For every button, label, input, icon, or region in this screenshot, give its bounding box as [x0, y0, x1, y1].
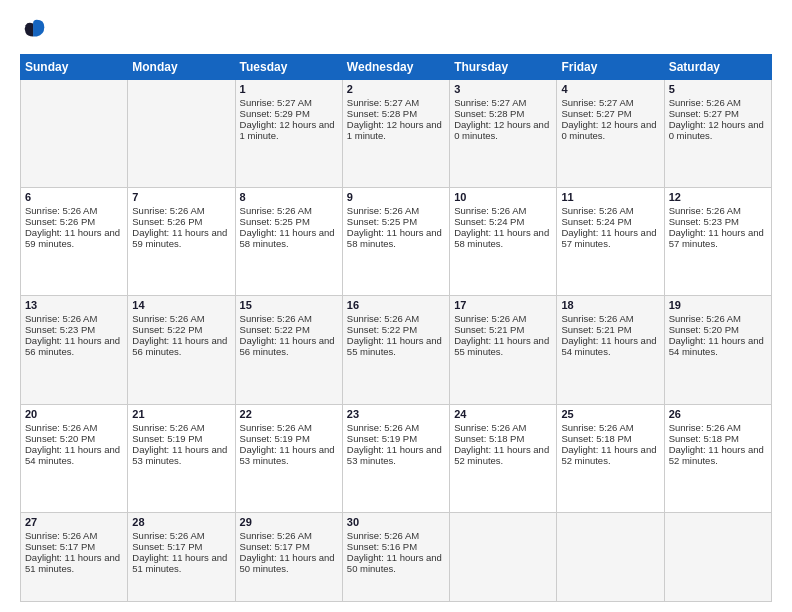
calendar-cell: 21Sunrise: 5:26 AMSunset: 5:19 PMDayligh…: [128, 404, 235, 512]
day-info: Sunrise: 5:27 AMSunset: 5:29 PMDaylight:…: [240, 97, 335, 141]
calendar-cell: 1Sunrise: 5:27 AMSunset: 5:29 PMDaylight…: [235, 80, 342, 188]
calendar-cell: 24Sunrise: 5:26 AMSunset: 5:18 PMDayligh…: [450, 404, 557, 512]
day-number: 12: [669, 191, 767, 203]
day-info: Sunrise: 5:26 AMSunset: 5:19 PMDaylight:…: [240, 422, 335, 466]
day-info: Sunrise: 5:27 AMSunset: 5:28 PMDaylight:…: [454, 97, 549, 141]
calendar-body: 1Sunrise: 5:27 AMSunset: 5:29 PMDaylight…: [21, 80, 772, 602]
day-info: Sunrise: 5:26 AMSunset: 5:26 PMDaylight:…: [25, 205, 120, 249]
day-info: Sunrise: 5:26 AMSunset: 5:24 PMDaylight:…: [561, 205, 656, 249]
day-info: Sunrise: 5:26 AMSunset: 5:22 PMDaylight:…: [132, 313, 227, 357]
calendar-cell: 5Sunrise: 5:26 AMSunset: 5:27 PMDaylight…: [664, 80, 771, 188]
day-info: Sunrise: 5:26 AMSunset: 5:20 PMDaylight:…: [669, 313, 764, 357]
day-number: 16: [347, 299, 445, 311]
day-info: Sunrise: 5:26 AMSunset: 5:18 PMDaylight:…: [669, 422, 764, 466]
day-info: Sunrise: 5:26 AMSunset: 5:22 PMDaylight:…: [347, 313, 442, 357]
day-number: 30: [347, 516, 445, 528]
calendar-cell: 16Sunrise: 5:26 AMSunset: 5:22 PMDayligh…: [342, 296, 449, 404]
day-number: 6: [25, 191, 123, 203]
day-info: Sunrise: 5:26 AMSunset: 5:23 PMDaylight:…: [25, 313, 120, 357]
day-info: Sunrise: 5:26 AMSunset: 5:16 PMDaylight:…: [347, 530, 442, 574]
calendar-cell: [664, 512, 771, 601]
day-number: 14: [132, 299, 230, 311]
weekday-header: Saturday: [664, 55, 771, 80]
calendar-cell: 18Sunrise: 5:26 AMSunset: 5:21 PMDayligh…: [557, 296, 664, 404]
day-number: 15: [240, 299, 338, 311]
day-info: Sunrise: 5:27 AMSunset: 5:27 PMDaylight:…: [561, 97, 656, 141]
day-info: Sunrise: 5:26 AMSunset: 5:25 PMDaylight:…: [347, 205, 442, 249]
day-number: 2: [347, 83, 445, 95]
day-number: 28: [132, 516, 230, 528]
day-info: Sunrise: 5:27 AMSunset: 5:28 PMDaylight:…: [347, 97, 442, 141]
logo: [20, 16, 52, 44]
day-info: Sunrise: 5:26 AMSunset: 5:20 PMDaylight:…: [25, 422, 120, 466]
calendar-cell: 12Sunrise: 5:26 AMSunset: 5:23 PMDayligh…: [664, 188, 771, 296]
day-number: 4: [561, 83, 659, 95]
calendar-cell: 30Sunrise: 5:26 AMSunset: 5:16 PMDayligh…: [342, 512, 449, 601]
weekday-header: Tuesday: [235, 55, 342, 80]
day-number: 7: [132, 191, 230, 203]
calendar-cell: 4Sunrise: 5:27 AMSunset: 5:27 PMDaylight…: [557, 80, 664, 188]
day-number: 3: [454, 83, 552, 95]
calendar-cell: 28Sunrise: 5:26 AMSunset: 5:17 PMDayligh…: [128, 512, 235, 601]
calendar-cell: 2Sunrise: 5:27 AMSunset: 5:28 PMDaylight…: [342, 80, 449, 188]
day-info: Sunrise: 5:26 AMSunset: 5:17 PMDaylight:…: [132, 530, 227, 574]
calendar-cell: 6Sunrise: 5:26 AMSunset: 5:26 PMDaylight…: [21, 188, 128, 296]
weekday-header: Wednesday: [342, 55, 449, 80]
day-info: Sunrise: 5:26 AMSunset: 5:19 PMDaylight:…: [132, 422, 227, 466]
day-info: Sunrise: 5:26 AMSunset: 5:24 PMDaylight:…: [454, 205, 549, 249]
day-number: 24: [454, 408, 552, 420]
calendar-cell: 26Sunrise: 5:26 AMSunset: 5:18 PMDayligh…: [664, 404, 771, 512]
day-number: 23: [347, 408, 445, 420]
day-info: Sunrise: 5:26 AMSunset: 5:25 PMDaylight:…: [240, 205, 335, 249]
day-number: 19: [669, 299, 767, 311]
calendar-cell: 22Sunrise: 5:26 AMSunset: 5:19 PMDayligh…: [235, 404, 342, 512]
day-info: Sunrise: 5:26 AMSunset: 5:23 PMDaylight:…: [669, 205, 764, 249]
day-number: 18: [561, 299, 659, 311]
calendar-cell: 20Sunrise: 5:26 AMSunset: 5:20 PMDayligh…: [21, 404, 128, 512]
day-info: Sunrise: 5:26 AMSunset: 5:27 PMDaylight:…: [669, 97, 764, 141]
header: [20, 16, 772, 44]
day-number: 5: [669, 83, 767, 95]
day-info: Sunrise: 5:26 AMSunset: 5:17 PMDaylight:…: [240, 530, 335, 574]
weekday-header: Sunday: [21, 55, 128, 80]
calendar-header-row: SundayMondayTuesdayWednesdayThursdayFrid…: [21, 55, 772, 80]
calendar-cell: 27Sunrise: 5:26 AMSunset: 5:17 PMDayligh…: [21, 512, 128, 601]
calendar-cell: 3Sunrise: 5:27 AMSunset: 5:28 PMDaylight…: [450, 80, 557, 188]
calendar-cell: [21, 80, 128, 188]
calendar-cell: 10Sunrise: 5:26 AMSunset: 5:24 PMDayligh…: [450, 188, 557, 296]
calendar-cell: 8Sunrise: 5:26 AMSunset: 5:25 PMDaylight…: [235, 188, 342, 296]
day-number: 13: [25, 299, 123, 311]
day-number: 29: [240, 516, 338, 528]
day-number: 9: [347, 191, 445, 203]
calendar-cell: 13Sunrise: 5:26 AMSunset: 5:23 PMDayligh…: [21, 296, 128, 404]
day-number: 11: [561, 191, 659, 203]
day-number: 20: [25, 408, 123, 420]
day-info: Sunrise: 5:26 AMSunset: 5:19 PMDaylight:…: [347, 422, 442, 466]
calendar-cell: 7Sunrise: 5:26 AMSunset: 5:26 PMDaylight…: [128, 188, 235, 296]
weekday-header: Thursday: [450, 55, 557, 80]
calendar-cell: 15Sunrise: 5:26 AMSunset: 5:22 PMDayligh…: [235, 296, 342, 404]
day-info: Sunrise: 5:26 AMSunset: 5:17 PMDaylight:…: [25, 530, 120, 574]
calendar-week-row: 20Sunrise: 5:26 AMSunset: 5:20 PMDayligh…: [21, 404, 772, 512]
calendar-cell: 23Sunrise: 5:26 AMSunset: 5:19 PMDayligh…: [342, 404, 449, 512]
calendar-table: SundayMondayTuesdayWednesdayThursdayFrid…: [20, 54, 772, 602]
calendar-cell: 9Sunrise: 5:26 AMSunset: 5:25 PMDaylight…: [342, 188, 449, 296]
calendar-week-row: 1Sunrise: 5:27 AMSunset: 5:29 PMDaylight…: [21, 80, 772, 188]
calendar-cell: 25Sunrise: 5:26 AMSunset: 5:18 PMDayligh…: [557, 404, 664, 512]
day-number: 10: [454, 191, 552, 203]
calendar-cell: 14Sunrise: 5:26 AMSunset: 5:22 PMDayligh…: [128, 296, 235, 404]
calendar-cell: 19Sunrise: 5:26 AMSunset: 5:20 PMDayligh…: [664, 296, 771, 404]
calendar-cell: 29Sunrise: 5:26 AMSunset: 5:17 PMDayligh…: [235, 512, 342, 601]
calendar-week-row: 27Sunrise: 5:26 AMSunset: 5:17 PMDayligh…: [21, 512, 772, 601]
page: SundayMondayTuesdayWednesdayThursdayFrid…: [0, 0, 792, 612]
calendar-cell: 11Sunrise: 5:26 AMSunset: 5:24 PMDayligh…: [557, 188, 664, 296]
day-number: 21: [132, 408, 230, 420]
weekday-header: Friday: [557, 55, 664, 80]
calendar-cell: [450, 512, 557, 601]
calendar-cell: [557, 512, 664, 601]
day-info: Sunrise: 5:26 AMSunset: 5:22 PMDaylight:…: [240, 313, 335, 357]
weekday-header: Monday: [128, 55, 235, 80]
day-number: 26: [669, 408, 767, 420]
logo-icon: [20, 16, 48, 44]
day-number: 8: [240, 191, 338, 203]
